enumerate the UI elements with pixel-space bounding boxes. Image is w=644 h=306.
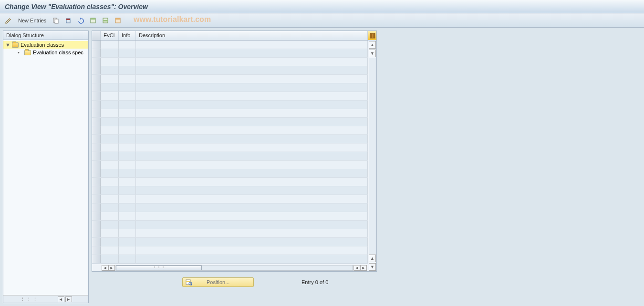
table-row[interactable] [92,195,368,204]
cell-description[interactable] [136,178,368,186]
cell-info[interactable] [119,246,136,255]
row-header[interactable] [92,83,101,92]
cell-info[interactable] [119,92,136,100]
cell-description[interactable] [136,212,368,220]
cell-description[interactable] [136,195,368,203]
table-row[interactable] [92,41,368,49]
cell-description[interactable] [136,186,368,194]
table-row[interactable] [92,143,368,152]
select-all-icon[interactable] [88,16,98,25]
cell-evcl[interactable] [101,212,119,220]
table-row[interactable] [92,169,368,178]
table-row[interactable] [92,212,368,221]
table-row[interactable] [92,101,368,109]
cell-info[interactable] [119,49,136,57]
table-row[interactable] [92,178,368,186]
cell-info[interactable] [119,169,136,177]
cell-evcl[interactable] [101,186,119,194]
scroll-left-icon[interactable]: ◄ [102,265,108,271]
cell-info[interactable] [119,229,136,237]
select-block-icon[interactable] [101,16,110,25]
cell-description[interactable] [136,135,368,143]
undo-icon[interactable] [76,16,85,25]
row-header[interactable] [92,58,101,66]
scroll-right-end-icon[interactable]: ► [360,265,367,271]
table-row[interactable] [92,75,368,83]
cell-evcl[interactable] [101,92,119,100]
row-header[interactable] [92,152,101,160]
row-header[interactable] [92,49,101,57]
cell-evcl[interactable] [101,66,119,74]
cell-evcl[interactable] [101,221,119,229]
row-header[interactable] [92,101,101,109]
table-row[interactable] [92,204,368,212]
cell-info[interactable] [119,135,136,143]
tree-item-evaluation-class-spec[interactable]: • Evaluation class spec [3,49,88,56]
cell-description[interactable] [136,255,368,263]
cell-evcl[interactable] [101,152,119,160]
cell-evcl[interactable] [101,229,119,237]
row-header[interactable] [92,229,101,237]
cell-description[interactable] [136,118,368,126]
table-row[interactable] [92,92,368,101]
row-header[interactable] [92,75,101,83]
cell-description[interactable] [136,41,368,49]
cell-evcl[interactable] [101,169,119,177]
cell-info[interactable] [119,255,136,263]
row-header[interactable] [92,169,101,177]
scroll-right-icon[interactable]: ► [65,296,72,302]
cell-evcl[interactable] [101,126,119,134]
cell-evcl[interactable] [101,143,119,152]
cell-info[interactable] [119,66,136,74]
cell-info[interactable] [119,41,136,49]
cell-evcl[interactable] [101,238,119,246]
cell-info[interactable] [119,204,136,212]
cell-description[interactable] [136,58,368,66]
row-header[interactable] [92,126,101,134]
cell-description[interactable] [136,83,368,92]
cell-info[interactable] [119,186,136,194]
cell-info[interactable] [119,143,136,152]
row-header[interactable] [92,41,101,49]
cell-info[interactable] [119,238,136,246]
scroll-up-icon[interactable]: ▲ [369,41,376,49]
row-header[interactable] [92,118,101,126]
deselect-all-icon[interactable] [113,16,123,25]
tree-item-evaluation-classes[interactable]: ▼ Evaluation classes [3,41,88,49]
row-header[interactable] [92,186,101,194]
cell-evcl[interactable] [101,49,119,57]
row-header[interactable] [92,66,101,74]
row-header[interactable] [92,238,101,246]
cell-info[interactable] [119,221,136,229]
table-row[interactable] [92,118,368,126]
cell-evcl[interactable] [101,246,119,255]
row-header[interactable] [92,255,101,263]
column-header-evcl[interactable]: EvCl [101,31,119,40]
cell-description[interactable] [136,66,368,74]
row-header[interactable] [92,92,101,100]
table-row[interactable] [92,186,368,195]
cell-info[interactable] [119,75,136,83]
cell-info[interactable] [119,126,136,134]
row-header[interactable] [92,195,101,203]
cell-info[interactable] [119,212,136,220]
scroll-down-end-icon[interactable]: ▼ [369,263,376,271]
scroll-track[interactable] [369,58,376,254]
table-row[interactable] [92,109,368,118]
scroll-left-icon[interactable]: ◄ [58,296,64,302]
row-header[interactable] [92,204,101,212]
scroll-up-end-icon[interactable]: ▲ [369,255,376,262]
table-row[interactable] [92,58,368,66]
table-row[interactable] [92,66,368,75]
expand-icon[interactable]: ▼ [5,42,10,48]
table-row[interactable] [92,49,368,58]
cell-evcl[interactable] [101,41,119,49]
cell-evcl[interactable] [101,204,119,212]
row-header[interactable] [92,178,101,186]
cell-description[interactable] [136,92,368,100]
table-row[interactable] [92,161,368,169]
cell-evcl[interactable] [101,255,119,263]
row-header[interactable] [92,212,101,220]
position-button[interactable]: Position... [182,277,254,287]
scroll-down-icon[interactable]: ▼ [369,50,376,57]
